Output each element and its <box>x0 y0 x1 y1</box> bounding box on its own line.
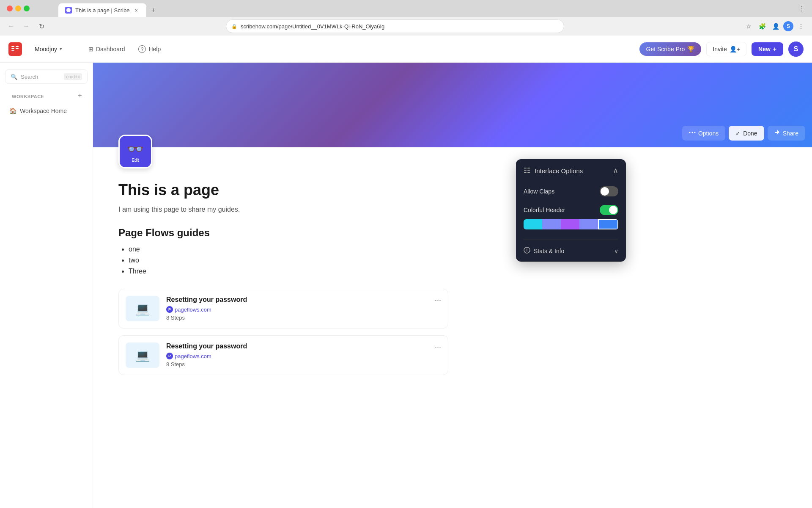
scribe-more-button[interactable]: ··· <box>435 342 441 351</box>
forward-button[interactable]: → <box>20 20 32 32</box>
window-expand-button[interactable]: ⋮ <box>798 5 805 13</box>
browser-profile-icon[interactable]: S <box>783 21 793 31</box>
close-window-button[interactable] <box>7 6 13 11</box>
list-item: two <box>129 257 448 264</box>
profile-extensions-button[interactable]: 👤 <box>770 20 782 32</box>
scribe-info: Resetting your password P pageflows.com … <box>166 342 441 367</box>
active-tab[interactable]: This is a page | Scribe × <box>58 3 146 17</box>
scribe-card[interactable]: 💻 Resetting your password P pageflows.co… <box>118 335 448 375</box>
browser-tabs: This is a page | Scribe × + <box>33 0 766 17</box>
sidebar-item-workspace-home[interactable]: 🏠 Workspace Home <box>5 104 88 118</box>
page-icon[interactable]: 👓 Edit <box>118 135 152 168</box>
color-picker-bar[interactable] <box>524 219 618 229</box>
back-button[interactable]: ← <box>5 20 17 32</box>
allow-claps-row: Allow Claps <box>524 182 618 201</box>
home-icon: 🏠 <box>9 108 16 114</box>
color-segment-purple[interactable] <box>561 219 579 229</box>
browser-titlebar: This is a page | Scribe × + ⋮ <box>0 0 812 17</box>
allow-claps-toggle[interactable] <box>600 186 618 196</box>
done-label: Done <box>743 130 757 137</box>
page-description: I am using this page to share my guides. <box>118 206 448 213</box>
dropdown-collapse-button[interactable]: ∧ <box>613 166 618 175</box>
color-segment-violet[interactable] <box>579 219 598 229</box>
dropdown-section: Allow Claps Colorful Header <box>516 182 626 240</box>
scribe-steps: 8 Steps <box>166 361 441 367</box>
page-title: This is a page <box>118 181 448 199</box>
help-nav-item[interactable]: ? Help <box>133 42 166 56</box>
dropdown-title: Interface Options <box>524 166 583 175</box>
get-pro-button[interactable]: Get Scribe Pro 🏆 <box>639 42 702 56</box>
svg-point-6 <box>689 132 690 133</box>
workspace-add-button[interactable]: + <box>76 91 84 100</box>
interface-options-icon <box>524 166 531 175</box>
dropdown-header: Interface Options ∧ <box>516 159 626 182</box>
browser-more-button[interactable]: ⋮ <box>795 20 807 32</box>
bullet-list: one two Three <box>118 246 448 275</box>
profile-avatar[interactable]: S <box>788 41 804 57</box>
color-segment-indigo[interactable] <box>542 219 561 229</box>
stats-text: Stats & Info <box>534 248 564 254</box>
svg-rect-3 <box>11 50 14 51</box>
list-item: one <box>129 246 448 253</box>
checkmark-icon: ✓ <box>735 130 741 137</box>
workspace-selector[interactable]: Moodjoy ▾ <box>30 43 66 55</box>
svg-point-7 <box>691 132 693 133</box>
laptop-icon: 💻 <box>135 348 150 362</box>
banner-actions: Options ✓ Done Share <box>682 126 805 141</box>
source-label: pageflows.com <box>175 306 211 313</box>
interface-options-dropdown: Interface Options ∧ Allow Claps Colorfu <box>516 159 626 262</box>
new-tab-button[interactable]: + <box>146 3 160 17</box>
glasses-icon: 👓 <box>127 141 144 157</box>
color-segment-teal[interactable] <box>524 219 542 229</box>
svg-rect-14 <box>527 172 530 173</box>
options-button[interactable]: Options <box>682 126 725 141</box>
dashboard-nav-item[interactable]: ⊞ Dashboard <box>83 42 130 56</box>
invite-button[interactable]: Invite 👤+ <box>706 42 746 56</box>
page-body: This is a page I am using this page to s… <box>93 147 474 399</box>
maximize-window-button[interactable] <box>24 6 30 11</box>
main-area: 🔍 Search cmd+k WORKSPACE + 🏠 Workspace H… <box>0 63 812 508</box>
scribe-thumbnail: 💻 <box>126 296 159 321</box>
new-label: New <box>758 46 771 52</box>
share-label: Share <box>783 130 798 137</box>
svg-rect-4 <box>16 46 19 47</box>
svg-rect-1 <box>11 46 14 47</box>
invite-icon: 👤+ <box>730 46 740 52</box>
svg-rect-2 <box>11 48 14 49</box>
page-banner: Options ✓ Done Share <box>93 63 812 147</box>
done-button[interactable]: ✓ Done <box>729 126 764 141</box>
scribe-title: Resetting your password <box>166 342 441 350</box>
svg-rect-9 <box>524 168 527 168</box>
window-controls <box>7 6 30 11</box>
svg-rect-13 <box>524 172 527 173</box>
browser-chrome: This is a page | Scribe × + ⋮ ← → ↻ 🔒 sc… <box>0 0 812 36</box>
app: Moodjoy ▾ ⊞ Dashboard ? Help Get Scribe … <box>0 36 812 508</box>
page-content: Options ✓ Done Share <box>93 63 812 508</box>
trophy-icon: 🏆 <box>687 46 694 52</box>
extensions-button[interactable]: 🧩 <box>756 20 768 32</box>
browser-toolbar: ← → ↻ 🔒 scribehow.com/page/Untitled__0V1… <box>0 17 812 36</box>
search-input[interactable]: 🔍 Search cmd+k <box>5 69 88 84</box>
tab-close-button[interactable]: × <box>133 7 140 14</box>
scribe-title: Resetting your password <box>166 296 441 304</box>
bookmark-button[interactable]: ☆ <box>743 20 754 32</box>
workspace-section-label: WORKSPACE <box>8 91 47 101</box>
toggle-thumb <box>601 187 609 196</box>
colorful-header-label: Colorful Header <box>524 207 565 213</box>
colorful-header-toggle[interactable] <box>600 205 618 215</box>
reload-button[interactable]: ↻ <box>36 20 47 32</box>
new-button[interactable]: New + <box>752 42 783 56</box>
help-icon: ? <box>138 45 146 53</box>
laptop-icon: 💻 <box>135 302 150 316</box>
svg-rect-12 <box>527 170 530 171</box>
scribe-more-button[interactable]: ··· <box>435 296 441 305</box>
minimize-window-button[interactable] <box>15 6 21 11</box>
address-bar[interactable]: 🔒 scribehow.com/page/Untitled__0V1MWLk-Q… <box>226 19 564 33</box>
scribe-card[interactable]: 💻 Resetting your password P pageflows.co… <box>118 289 448 329</box>
scribe-thumbnail: 💻 <box>126 342 159 368</box>
color-segment-blue[interactable] <box>598 219 618 229</box>
dashboard-label: Dashboard <box>96 46 125 52</box>
stats-row[interactable]: Stats & Info ∨ <box>516 240 626 262</box>
share-button[interactable]: Share <box>768 126 805 141</box>
source-badge: P <box>166 353 173 359</box>
